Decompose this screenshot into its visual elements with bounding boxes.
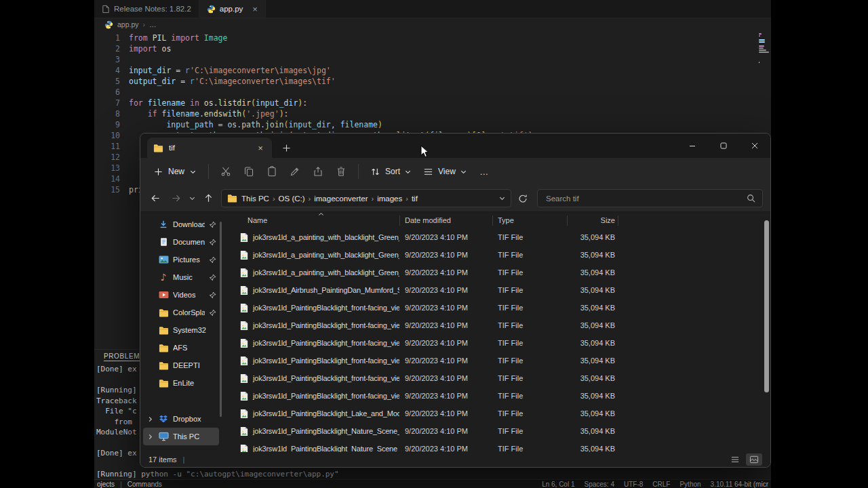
breadcrumb-item[interactable]: OS (C:) xyxy=(276,195,308,203)
column-header-type[interactable]: Type xyxy=(492,216,567,224)
view-button[interactable]: View xyxy=(417,163,473,181)
file-row[interactable]: jok3rsw1ld_PaintingBlacklight_front-faci… xyxy=(222,334,770,352)
code-line: 9 input_path = os.path.join(input_dir, f… xyxy=(94,119,771,130)
file-size-cell: 35,094 KB xyxy=(567,409,618,418)
tab-close-icon[interactable]: × xyxy=(252,4,258,14)
file-row[interactable]: jok3rsw1ld_PaintingBlacklight_front-faci… xyxy=(222,299,770,317)
sidebar-item-afs[interactable]: AFS xyxy=(143,339,219,357)
column-header-date[interactable]: Date modified xyxy=(399,216,492,224)
status-item[interactable]: UTF-8 xyxy=(624,481,643,488)
file-row[interactable]: jok3rsw1ld_Airbrush_PaintingDan_Mumford_… xyxy=(222,281,770,299)
search-icon[interactable] xyxy=(747,194,755,203)
editor-tab[interactable]: Release Notes: 1.82.2 xyxy=(94,0,199,18)
breadcrumb-file[interactable]: app.py xyxy=(117,20,139,28)
sort-button-label: Sort xyxy=(385,167,400,176)
file-row[interactable]: jok3rsw1ld_PaintingBlacklight_front-faci… xyxy=(222,387,770,405)
sidebar-item-system32[interactable]: System32 xyxy=(143,321,219,339)
file-row[interactable]: jok3rsw1ld_a_painting_with_blacklight_Gr… xyxy=(222,246,770,264)
status-item[interactable]: Python xyxy=(679,481,701,488)
sidebar-item-downloads[interactable]: Downloads xyxy=(143,216,219,233)
status-commands[interactable]: Commands xyxy=(127,481,162,488)
chevron-right-icon[interactable] xyxy=(147,416,154,422)
share-button[interactable] xyxy=(307,161,330,182)
search-box[interactable] xyxy=(537,189,763,207)
tab-problems[interactable]: PROBLEMS xyxy=(104,352,144,361)
maximize-button[interactable] xyxy=(708,134,739,158)
column-divider[interactable] xyxy=(618,216,618,226)
file-name: jok3rsw1ld_PaintingBlacklight_front-faci… xyxy=(253,339,399,347)
close-button[interactable] xyxy=(739,134,770,158)
sidebar-item-music[interactable]: ♪Music xyxy=(143,268,219,286)
more-options-button[interactable]: … xyxy=(473,161,496,182)
file-name: jok3rsw1ld_a_painting_with_blacklight_Gr… xyxy=(253,233,399,241)
sidebar-item-documents[interactable]: Documents xyxy=(143,233,219,251)
folder-icon xyxy=(158,344,169,352)
sidebar-item-pictures[interactable]: Pictures xyxy=(143,251,219,268)
breadcrumb-item[interactable]: imageconverter xyxy=(311,195,370,203)
explorer-titlebar[interactable]: tif × xyxy=(140,134,770,158)
breadcrumb-item[interactable]: This PC xyxy=(239,195,272,203)
sidebar-item-dropbox[interactable]: Dropbox xyxy=(143,410,219,428)
column-header-name[interactable]: Name xyxy=(222,216,399,224)
status-item[interactable]: CRLF xyxy=(652,481,670,488)
paste-button[interactable] xyxy=(260,161,283,182)
file-row[interactable]: jok3rsw1ld_PaintingBlacklight_front-faci… xyxy=(222,369,770,387)
file-row[interactable]: jok3rsw1ld_PaintingBlacklight_Nature_Sce… xyxy=(222,440,770,452)
file-name-cell: jok3rsw1ld_PaintingBlacklight_Nature_Sce… xyxy=(222,426,399,436)
refresh-button[interactable] xyxy=(513,188,533,209)
thumbnail-view-button[interactable] xyxy=(746,453,762,466)
file-name: jok3rsw1ld_PaintingBlacklight_front-faci… xyxy=(253,357,399,365)
code-line: 1from PIL import Image xyxy=(94,33,771,43)
editor-tab[interactable]: app.py× xyxy=(199,0,266,18)
file-date-cell: 9/20/2023 4:10 PM xyxy=(399,427,492,435)
sort-button[interactable]: Sort xyxy=(364,163,417,181)
file-row[interactable]: jok3rsw1ld_PaintingBlacklight_Nature_Sce… xyxy=(222,422,770,440)
sidebar-item-deepti[interactable]: DEEPTI xyxy=(143,357,219,374)
status-item[interactable]: 3.10.11 64-bit (micr xyxy=(711,481,768,488)
address-bar[interactable]: This PC›OS (C:)›imageconverter›images›ti… xyxy=(221,189,511,207)
file-row[interactable]: jok3rsw1ld_PaintingBlacklight_Lake_and_M… xyxy=(222,405,770,422)
minimap[interactable] xyxy=(759,33,770,64)
sidebar-item-this-pc[interactable]: This PC xyxy=(143,428,219,445)
forward-button[interactable] xyxy=(165,188,186,209)
breadcrumb-item[interactable]: images xyxy=(374,195,405,203)
up-button[interactable] xyxy=(198,188,218,209)
file-row[interactable]: jok3rsw1ld_a_painting_with_blacklight_Gr… xyxy=(222,264,770,281)
breadcrumb[interactable]: app.py › … xyxy=(94,18,771,30)
file-row[interactable]: jok3rsw1ld_PaintingBlacklight_front-faci… xyxy=(222,317,770,334)
details-view-button[interactable] xyxy=(727,453,743,466)
line-number: 15 xyxy=(94,184,129,195)
chevron-right-icon[interactable] xyxy=(147,434,154,440)
status-projects[interactable]: ojects xyxy=(97,481,115,488)
copy-button[interactable] xyxy=(237,161,260,182)
list-scrollbar[interactable] xyxy=(764,220,769,392)
minimize-button[interactable] xyxy=(677,134,708,158)
column-header-size[interactable]: Size xyxy=(567,216,618,224)
file-row[interactable]: jok3rsw1ld_a_painting_with_blacklight_Gr… xyxy=(222,228,770,246)
breadcrumb-more[interactable]: … xyxy=(149,20,157,28)
tab-close-icon[interactable]: × xyxy=(255,143,266,153)
sidebar-item-colorsplashpr[interactable]: ColorSplashPr xyxy=(143,304,219,321)
sidebar-item-videos[interactable]: Videos xyxy=(143,286,219,304)
column-divider[interactable] xyxy=(492,216,493,226)
status-item[interactable]: Spaces: 4 xyxy=(585,481,614,488)
delete-button[interactable] xyxy=(330,161,353,182)
address-dropdown-button[interactable] xyxy=(499,195,505,201)
explorer-status-bar: 17 items | xyxy=(140,452,770,467)
new-tab-button[interactable] xyxy=(277,139,295,157)
status-item[interactable]: Ln 6, Col 1 xyxy=(542,481,574,488)
new-button[interactable]: New xyxy=(147,163,203,180)
explorer-tab[interactable]: tif × xyxy=(147,138,272,158)
minimap-line xyxy=(759,49,766,51)
search-input[interactable] xyxy=(545,194,741,203)
rename-button[interactable] xyxy=(283,161,307,182)
breadcrumb-item[interactable]: tif xyxy=(409,195,420,203)
back-button[interactable] xyxy=(145,188,165,209)
sidebar-item-enlite[interactable]: EnLite xyxy=(143,374,219,392)
file-row[interactable]: jok3rsw1ld_PaintingBlacklight_front-faci… xyxy=(222,352,770,369)
column-divider[interactable] xyxy=(399,216,400,226)
recent-locations-button[interactable] xyxy=(186,188,198,209)
file-type-cell: TIF File xyxy=(492,357,567,365)
cut-button[interactable] xyxy=(214,161,237,182)
column-divider[interactable] xyxy=(567,216,568,226)
